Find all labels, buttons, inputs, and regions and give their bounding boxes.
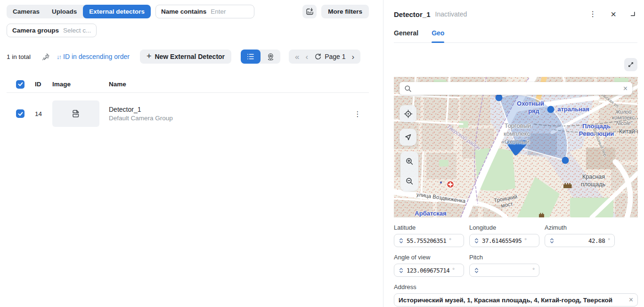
panel-menu-icon[interactable]: ⋮ bbox=[589, 10, 596, 18]
list-controls: 1 in total ↓↑ ID in descending order + N… bbox=[7, 50, 383, 64]
row-image-placeholder[interactable] bbox=[52, 100, 99, 127]
row-name: Detector_1 bbox=[109, 106, 346, 113]
col-id: ID bbox=[35, 81, 52, 88]
address-input[interactable]: Исторический музей, 1, Красная площадь, … bbox=[394, 293, 638, 307]
map-view-button[interactable] bbox=[261, 50, 280, 64]
broken-image-icon bbox=[70, 108, 82, 119]
locate-button[interactable] bbox=[399, 105, 416, 122]
first-page-icon[interactable]: « bbox=[295, 53, 299, 61]
zoom-in-button[interactable] bbox=[405, 157, 414, 166]
map-canvas bbox=[394, 77, 638, 217]
prev-page-icon[interactable]: ‹ bbox=[306, 53, 309, 61]
tab-geo[interactable]: Geo bbox=[432, 29, 444, 42]
fov-handle bbox=[562, 157, 569, 164]
toolbar-row2: Camera groups Select c... bbox=[7, 24, 383, 37]
panel-title: Detector_1 bbox=[394, 10, 431, 18]
tab-cameras[interactable]: Cameras bbox=[7, 5, 46, 18]
map-search-clear-icon[interactable]: × bbox=[623, 85, 628, 92]
name-contains-placeholder: Enter bbox=[211, 8, 226, 15]
sort-order-link[interactable]: ↓↑ ID in descending order bbox=[57, 53, 130, 60]
longitude-input[interactable]: 37.614655495 ° bbox=[469, 234, 539, 247]
pagination: « ‹ Page 1 › bbox=[289, 50, 360, 64]
table-header: ID Image Name bbox=[7, 76, 369, 93]
plus-icon: + bbox=[147, 51, 152, 61]
collapse-icon[interactable] bbox=[630, 11, 637, 18]
latitude-label: Latitude bbox=[394, 224, 464, 231]
row-name-cell: Detector_1 Default Camera Group bbox=[109, 106, 346, 122]
address-label: Address bbox=[394, 283, 637, 290]
tab-external-detectors[interactable]: External detectors bbox=[83, 5, 151, 18]
coords-row-2: Angle of view 123.069675714 ° Pitch ° bbox=[394, 254, 637, 277]
row-menu-icon[interactable]: ⋮ bbox=[346, 110, 369, 117]
page-indicator[interactable]: Page 1 bbox=[314, 53, 345, 60]
pin-filters-icon[interactable] bbox=[42, 53, 50, 61]
camera-groups-filter[interactable]: Camera groups Select c... bbox=[7, 24, 97, 37]
zoom-controls bbox=[400, 151, 418, 191]
address-clear-icon[interactable]: × bbox=[629, 296, 633, 304]
angle-of-view-value: 123.069675714 bbox=[407, 267, 449, 274]
page-label: Page 1 bbox=[325, 53, 345, 60]
list-view-button[interactable] bbox=[241, 50, 261, 64]
main-list-area: Cameras Uploads External detectors Name … bbox=[0, 0, 383, 307]
view-toggle bbox=[241, 50, 280, 64]
entity-tabs: Cameras Uploads External detectors bbox=[7, 5, 151, 18]
pitch-unit: ° bbox=[532, 267, 535, 274]
status-badge: Inactivated bbox=[435, 10, 467, 18]
detector-panel: Detector_1 Inactivated ⋮ × General Geo bbox=[383, 0, 644, 307]
detectors-table: ID Image Name 14 bbox=[7, 76, 383, 134]
more-filters-button[interactable]: More filters bbox=[321, 5, 369, 18]
new-external-detector-button[interactable]: + New External Detector bbox=[140, 50, 231, 64]
stepper-icon[interactable] bbox=[399, 267, 404, 274]
fov-handle bbox=[547, 106, 554, 113]
fov-handle bbox=[496, 94, 503, 101]
select-all-checkbox[interactable] bbox=[16, 80, 24, 89]
angle-of-view-unit: ° bbox=[452, 267, 455, 274]
tab-uploads[interactable]: Uploads bbox=[46, 5, 83, 18]
new-external-detector-label: New External Detector bbox=[155, 53, 225, 60]
geo-map[interactable]: ОхотныйрядатральнаяПлощадьРеволюцииАрбат… bbox=[394, 77, 638, 217]
stepper-icon[interactable] bbox=[399, 237, 404, 244]
panel-tabs: General Geo bbox=[394, 29, 637, 43]
row-checkbox[interactable] bbox=[16, 109, 24, 118]
angle-of-view-label: Angle of view bbox=[394, 254, 464, 261]
stepper-icon[interactable] bbox=[474, 237, 479, 244]
address-row: Address Исторический музей, 1, Красная п… bbox=[394, 283, 637, 307]
zoom-out-button[interactable] bbox=[405, 177, 414, 186]
col-image: Image bbox=[52, 81, 109, 88]
close-icon[interactable]: × bbox=[611, 9, 616, 19]
longitude-unit: ° bbox=[524, 237, 527, 244]
navigate-button[interactable] bbox=[399, 129, 416, 146]
azimuth-input[interactable]: 42.88 ° bbox=[545, 234, 615, 247]
name-contains-label: Name contains bbox=[161, 8, 206, 15]
latitude-input[interactable]: 55.755206351 ° bbox=[394, 234, 464, 247]
report-download-icon bbox=[306, 8, 314, 16]
next-page-icon[interactable]: › bbox=[352, 53, 355, 61]
report-download-button[interactable] bbox=[302, 5, 317, 18]
list-view-icon bbox=[247, 53, 254, 60]
toolbar: Cameras Uploads External detectors Name … bbox=[7, 5, 383, 18]
longitude-label: Longitude bbox=[469, 224, 539, 231]
map-search-input[interactable]: × bbox=[399, 82, 632, 95]
tab-general[interactable]: General bbox=[394, 29, 418, 42]
azimuth-label: Azimuth bbox=[545, 224, 615, 231]
coords-row-1: Latitude 55.755206351 ° Longitude 37.614… bbox=[394, 224, 637, 247]
pitch-input[interactable]: ° bbox=[469, 264, 539, 277]
latitude-unit: ° bbox=[449, 237, 451, 244]
camera-groups-label: Camera groups bbox=[12, 27, 59, 34]
angle-of-view-input[interactable]: 123.069675714 ° bbox=[394, 264, 464, 277]
stepper-icon[interactable] bbox=[474, 267, 479, 274]
map-expand-button[interactable] bbox=[624, 58, 637, 71]
row-id: 14 bbox=[35, 110, 52, 117]
row-group: Default Camera Group bbox=[109, 115, 346, 122]
table-row[interactable]: 14 Detector_1 Default Camera Group ⋮ bbox=[7, 93, 369, 134]
more-filters-label: More filters bbox=[328, 8, 362, 15]
stepper-icon[interactable] bbox=[549, 237, 554, 244]
total-count: 1 in total bbox=[7, 53, 31, 60]
map-view-icon bbox=[267, 53, 275, 61]
camera-groups-placeholder: Select c... bbox=[63, 27, 91, 34]
name-contains-filter[interactable]: Name contains Enter bbox=[155, 5, 254, 18]
address-value: Исторический музей, 1, Красная площадь, … bbox=[399, 297, 612, 304]
refresh-icon[interactable] bbox=[314, 53, 321, 60]
col-name: Name bbox=[109, 81, 346, 88]
search-icon bbox=[404, 85, 412, 92]
